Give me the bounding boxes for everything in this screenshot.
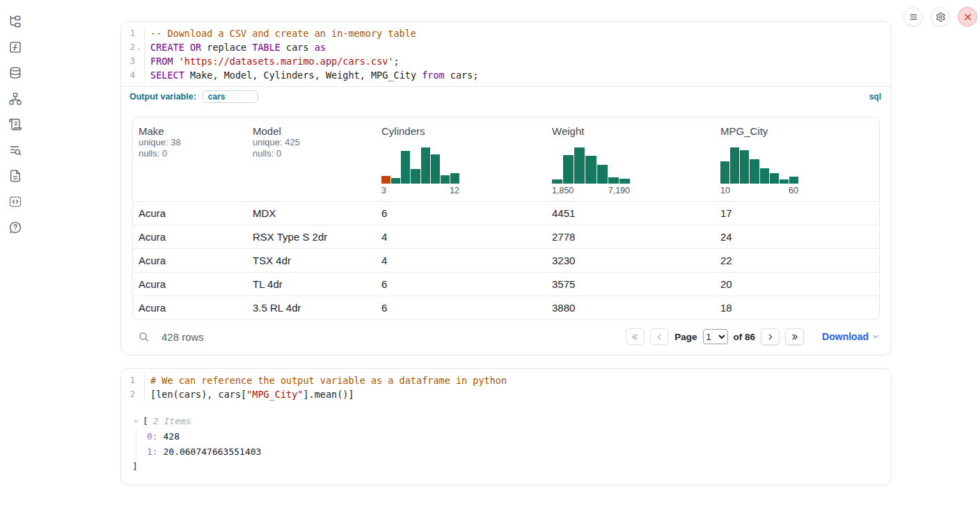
histogram-bar[interactable] — [381, 176, 390, 184]
python-cell-output: [ 2 Items 0: 4281: 20.060747663551403 ] — [121, 405, 891, 485]
page-select[interactable]: 1 — [703, 329, 728, 344]
code-line: SELECT Make, Model, Cylinders, Weight, M… — [150, 68, 891, 82]
code-lines: # We can reference the output variable a… — [145, 373, 891, 401]
notebook: 12⌄34-- Download a CSV and create an in-… — [120, 21, 892, 485]
table-cell: 3880 — [546, 296, 715, 319]
histogram-bar[interactable] — [750, 159, 759, 184]
histogram-bar[interactable] — [421, 147, 430, 184]
histogram-bar[interactable] — [431, 154, 440, 184]
table-cell: Acura — [133, 273, 247, 296]
histogram-bar[interactable] — [619, 179, 630, 184]
histogram-bar[interactable] — [789, 177, 798, 184]
histogram-bars — [552, 147, 630, 184]
histogram-bar[interactable] — [597, 165, 608, 184]
data-sources-icon — [8, 66, 22, 80]
histogram-bar[interactable] — [563, 155, 574, 184]
pagination: Page 1 of 86 Download — [626, 328, 880, 345]
histogram-bar[interactable] — [585, 156, 596, 184]
fold-chevron-icon[interactable]: ⌄ — [135, 45, 143, 51]
list-item: 0: 428 — [147, 429, 880, 444]
sidebar-item-dependency-graph[interactable] — [7, 90, 24, 107]
language-badge: sql — [869, 92, 881, 102]
sidebar-item-logs[interactable] — [7, 116, 24, 133]
code-line: -- Download a CSV and create an in-memor… — [150, 26, 891, 40]
sidebar-item-file-tree[interactable] — [7, 13, 24, 30]
table-cell: TSX 4dr — [247, 249, 376, 272]
sql-code-editor[interactable]: 12⌄34-- Download a CSV and create an in-… — [121, 22, 891, 86]
documentation-icon — [8, 169, 22, 183]
menu-button[interactable] — [903, 7, 923, 26]
snippets-icon — [8, 195, 22, 209]
histogram-bar[interactable] — [552, 179, 562, 184]
search-icon — [138, 331, 150, 343]
row-count: 428 rows — [161, 331, 204, 343]
histogram-bar[interactable] — [401, 151, 410, 184]
column-name: Model — [253, 125, 370, 137]
chevrons-left-icon — [631, 332, 640, 341]
column-histogram: 1,8507,190 — [552, 147, 630, 195]
previous-page-button[interactable] — [650, 328, 669, 345]
python-cell: 12# We can reference the output variable… — [120, 368, 892, 485]
code-lines: -- Download a CSV and create an in-memor… — [145, 26, 891, 82]
histogram-bar[interactable] — [391, 178, 400, 184]
table-header-row: Makeunique: 38nulls: 0Modelunique: 425nu… — [133, 118, 879, 201]
search-button[interactable] — [138, 330, 150, 343]
help-icon — [8, 220, 22, 234]
next-page-button[interactable] — [761, 328, 780, 345]
code-line: FROM 'https://datasets.marimo.app/cars.c… — [150, 54, 891, 68]
settings-button[interactable] — [931, 7, 950, 26]
table-cell: 2778 — [546, 225, 715, 248]
chevrons-right-icon — [790, 332, 799, 341]
sidebar-item-snippets[interactable] — [7, 193, 24, 210]
line-number-gutter: 12⌄34 — [121, 26, 145, 82]
column-name: Weight — [552, 125, 709, 137]
sidebar-item-scratchpad[interactable] — [7, 142, 24, 159]
histogram-bar[interactable] — [760, 168, 769, 184]
table-cell: 4 — [376, 249, 546, 272]
histogram-bar[interactable] — [720, 161, 729, 184]
axis-min-label: 10 — [720, 186, 730, 195]
line-number: 2⌄ — [121, 40, 144, 54]
column-header-cylinders[interactable]: Cylinders312 — [376, 118, 546, 201]
download-label: Download — [822, 331, 869, 342]
table-cell: Acura — [133, 202, 247, 225]
last-page-button[interactable] — [785, 328, 804, 345]
sidebar-item-documentation[interactable] — [7, 168, 24, 184]
chevron-down-icon — [871, 332, 880, 341]
histogram-bar[interactable] — [574, 147, 585, 184]
table-cell: Acura — [133, 225, 247, 248]
table-body: AcuraMDX6445117AcuraRSX Type S 2dr427782… — [133, 201, 879, 319]
column-header-weight[interactable]: Weight1,8507,190 — [546, 118, 715, 201]
histogram-bar[interactable] — [441, 175, 450, 184]
column-header-mpg_city[interactable]: MPG_City1060 — [715, 118, 879, 201]
sidebar-item-functions[interactable] — [7, 39, 24, 56]
histogram-bar[interactable] — [411, 169, 420, 184]
column-header-model[interactable]: Modelunique: 425nulls: 0 — [247, 118, 376, 201]
histogram-bar[interactable] — [730, 147, 739, 184]
histogram-bar[interactable] — [450, 173, 459, 184]
line-number: 2 — [121, 387, 144, 401]
histogram-bar[interactable] — [740, 150, 749, 184]
histogram-bar[interactable] — [770, 173, 779, 184]
collapse-toggle[interactable] — [132, 417, 141, 426]
close-bracket: ] — [132, 460, 880, 474]
sidebar-item-help[interactable] — [7, 219, 24, 236]
histogram-bar[interactable] — [608, 177, 619, 184]
table-cell: 3.5 RL 4dr — [247, 296, 376, 319]
list-output-header: [ 2 Items — [132, 414, 880, 428]
close-button[interactable] — [958, 7, 977, 26]
sidebar-item-data-sources[interactable] — [7, 65, 24, 81]
column-header-make[interactable]: Makeunique: 38nulls: 0 — [133, 118, 247, 201]
histogram-bar[interactable] — [780, 179, 789, 184]
table-row: AcuraTSX 4dr4323022 — [133, 248, 879, 272]
download-button[interactable]: Download — [822, 331, 880, 342]
column-histogram: 312 — [381, 147, 459, 195]
scratchpad-icon — [8, 143, 22, 157]
histogram-bars — [720, 147, 798, 184]
table-cell: 6 — [376, 202, 546, 225]
first-page-button[interactable] — [626, 328, 645, 345]
functions-icon — [8, 40, 22, 54]
output-variable-input[interactable] — [203, 90, 258, 103]
python-code-editor[interactable]: 12# We can reference the output variable… — [121, 369, 891, 405]
table-cell: 22 — [715, 249, 879, 272]
